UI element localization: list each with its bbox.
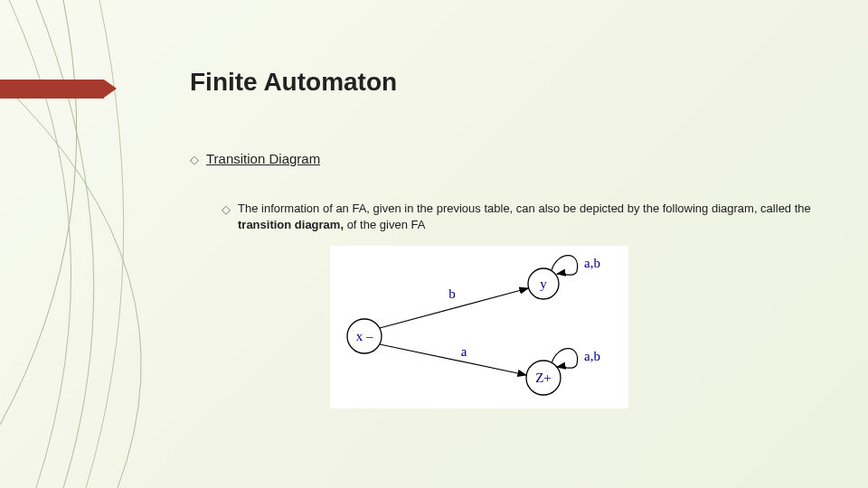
body-text: The information of an FA, given in the p…: [238, 201, 814, 233]
state-z-label: Z+: [535, 371, 552, 385]
transition-diagram: x – y Z+ b a a,b a,b: [330, 246, 628, 408]
diamond-bullet-icon: ◇: [190, 152, 199, 168]
accent-triangle: [104, 80, 117, 98]
section-heading: Transition Diagram: [206, 151, 320, 166]
state-x-label: x –: [356, 329, 373, 343]
state-y-label: y: [540, 277, 547, 291]
edge-x-y-label: b: [448, 286, 456, 301]
edge-x-z-label: a: [461, 344, 467, 359]
loop-y-label: a,b: [584, 256, 600, 270]
loop-z-label: a,b: [584, 349, 600, 363]
edge-x-z: [380, 344, 526, 375]
accent-bar: [0, 80, 104, 99]
diamond-bullet-icon: ◇: [222, 202, 231, 218]
slide-title: Finite Automaton: [190, 68, 814, 97]
loop-y: [552, 256, 578, 276]
